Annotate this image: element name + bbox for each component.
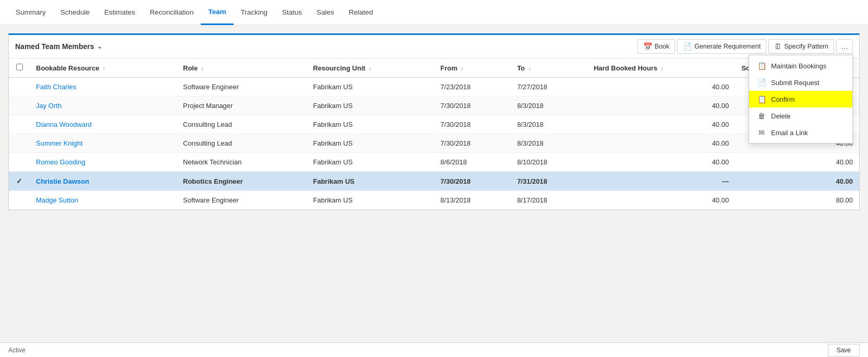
generate-requirement-button[interactable]: 📄 Generate Requirement [677,39,766,54]
nav-item-reconciliation[interactable]: Reconciliation [142,0,201,25]
row-from-cell: 7/30/2018 [434,115,511,134]
row-unit-cell: Fabrikam US [307,172,434,191]
email-link-icon: ✉ [757,128,766,137]
row-from-cell: 7/23/2018 [434,78,511,97]
context-menu-email-link[interactable]: ✉ Email a Link [749,124,852,141]
row-soft-cell: 40.00 [735,172,859,191]
maintain-bookings-icon: 📋 [757,62,766,70]
row-hard-cell: --- [588,172,735,191]
col-resourcing-unit[interactable]: Resourcing Unit ↕ [307,58,434,78]
nav-item-team[interactable]: Team [201,0,233,25]
row-soft-cell: 80.00 [735,191,859,210]
maintain-bookings-label: Maintain Bookings [771,62,826,70]
row-to-cell: 8/10/2018 [511,153,588,172]
col-bookable-resource[interactable]: Bookable Resource ↕ [30,58,177,78]
nav-item-summary[interactable]: Summary [8,0,53,25]
col-to-label: To [517,64,525,72]
more-options-button[interactable]: … [836,39,853,54]
resource-link[interactable]: Faith Charles [36,83,76,91]
chevron-down-icon[interactable]: ⌄ [97,43,102,50]
email-link-label: Email a Link [771,129,808,137]
table-row[interactable]: Dianna WoodwardConsulting LeadFabrikam U… [9,115,859,134]
specify-label: Specify Pattern [784,43,828,50]
confirm-icon: 📋 [757,95,766,103]
resource-link[interactable]: Madge Sutton [36,196,78,204]
row-check-cell: ✓ [9,172,30,191]
table-row[interactable]: Madge SuttonSoftware EngineerFabrikam US… [9,191,859,210]
row-to-cell: 8/3/2018 [511,134,588,153]
table-row[interactable]: Jay OrthProject ManagerFabrikam US7/30/2… [9,97,859,115]
row-unit-cell: Fabrikam US [307,97,434,115]
row-check-cell [9,134,30,153]
context-menu-submit-request[interactable]: 📄 Submit Request [749,74,852,91]
row-resource-cell: Christie Dawson [30,172,177,191]
table-row[interactable]: Faith CharlesSoftware EngineerFabrikam U… [9,78,859,97]
row-check-cell [9,115,30,134]
delete-label: Delete [771,112,791,120]
row-hard-cell: 40.00 [588,153,735,172]
resource-link[interactable]: Dianna Woodward [36,121,92,128]
sort-icon-resource[interactable]: ↕ [103,66,105,72]
book-button[interactable]: 📅 Book [638,39,676,54]
nav-item-tracking[interactable]: Tracking [234,0,275,25]
col-check[interactable] [9,58,30,78]
sort-icon-from[interactable]: ↕ [461,66,463,72]
sort-icon-hard[interactable]: ↕ [661,66,664,72]
row-soft-cell: 40.00 [735,153,859,172]
context-menu-delete[interactable]: 🗑 Delete [749,108,852,124]
specify-icon: 🗓 [774,42,781,51]
table-row[interactable]: Romeo GoodingNetwork TechnicianFabrikam … [9,153,859,172]
delete-icon: 🗑 [757,112,766,120]
resource-link[interactable]: Summer Knight [36,139,83,147]
nav-item-related[interactable]: Related [341,0,381,25]
context-menu-maintain-bookings[interactable]: 📋 Maintain Bookings [749,57,852,74]
main-content: Named Team Members ⌄ 📅 Book 📄 Generate R… [0,25,868,219]
book-label: Book [655,43,670,50]
row-check-cell [9,78,30,97]
resource-link[interactable]: Jay Orth [36,102,62,110]
col-to[interactable]: To ↕ [511,58,588,78]
nav-item-sales[interactable]: Sales [309,0,341,25]
col-role[interactable]: Role ↕ [177,58,307,78]
nav-item-schedule[interactable]: Schedule [53,0,97,25]
check-mark-icon: ✓ [16,177,22,185]
row-from-cell: 7/30/2018 [434,172,511,191]
sort-icon-role[interactable]: ↕ [201,66,204,72]
panel-title: Named Team Members ⌄ [15,42,633,51]
row-role-cell: Robotics Engineer [177,172,307,191]
sort-icon-to[interactable]: ↕ [528,66,531,72]
sort-icon-unit[interactable]: ↕ [369,66,372,72]
row-to-cell: 7/31/2018 [511,172,588,191]
row-hard-cell: 40.00 [588,191,735,210]
row-role-cell: Consulting Lead [177,115,307,134]
col-from[interactable]: From ↕ [434,58,511,78]
row-to-cell: 8/3/2018 [511,115,588,134]
select-all-checkbox[interactable] [16,64,23,70]
panel-title-text: Named Team Members [15,42,94,51]
table-body: Faith CharlesSoftware EngineerFabrikam U… [9,78,859,210]
row-to-cell: 8/17/2018 [511,191,588,210]
row-unit-cell: Fabrikam US [307,191,434,210]
row-check-cell [9,153,30,172]
row-resource-cell: Jay Orth [30,97,177,115]
row-check-cell [9,97,30,115]
col-from-label: From [441,64,458,72]
book-icon: 📅 [643,42,652,51]
col-hard-booked[interactable]: Hard Booked Hours ↕ [588,58,735,78]
context-menu: 📋 Maintain Bookings 📄 Submit Request 📋 C… [749,55,853,144]
context-menu-confirm[interactable]: 📋 Confirm [749,91,852,108]
row-role-cell: Software Engineer [177,191,307,210]
specify-pattern-button[interactable]: 🗓 Specify Pattern [768,39,834,54]
confirm-label: Confirm [771,96,795,103]
row-resource-cell: Dianna Woodward [30,115,177,134]
row-from-cell: 8/6/2018 [434,153,511,172]
resource-link[interactable]: Christie Dawson [36,177,89,185]
generate-label: Generate Requirement [694,43,761,50]
nav-item-estimates[interactable]: Estimates [97,0,142,25]
row-from-cell: 8/13/2018 [434,191,511,210]
nav-item-status[interactable]: Status [275,0,309,25]
resource-link[interactable]: Romeo Gooding [36,158,85,166]
table-row[interactable]: ✓Christie DawsonRobotics EngineerFabrika… [9,172,859,191]
row-role-cell: Project Manager [177,97,307,115]
table-row[interactable]: Summer KnightConsulting LeadFabrikam US7… [9,134,859,153]
